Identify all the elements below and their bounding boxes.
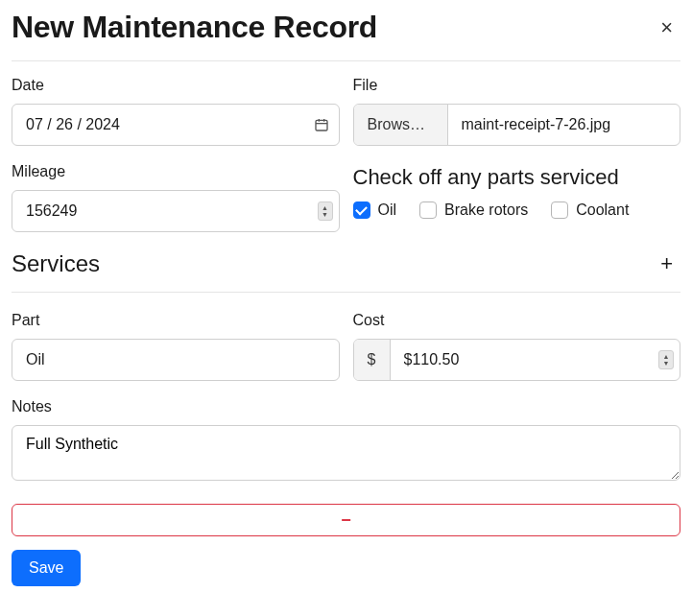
checkbox-coolant[interactable]: Coolant: [551, 201, 629, 219]
part-label: Part: [12, 312, 340, 329]
svg-rect-0: [316, 120, 327, 130]
currency-prefix: $: [354, 340, 391, 380]
file-label: File: [353, 77, 681, 94]
cost-label: Cost: [353, 312, 681, 329]
checkbox-oil[interactable]: Oil: [353, 201, 397, 219]
number-stepper-icon[interactable]: ▲▼: [318, 201, 333, 221]
dialog-header: New Maintenance Record ×: [12, 10, 680, 61]
service-entry: Part Cost $ ▲▼ Notes −: [12, 312, 680, 536]
save-button[interactable]: Save: [12, 550, 81, 586]
close-button[interactable]: ×: [653, 13, 680, 42]
notes-label: Notes: [12, 398, 680, 415]
date-field[interactable]: [12, 105, 304, 145]
browse-button[interactable]: Browse…: [354, 105, 448, 145]
mileage-field[interactable]: [12, 191, 318, 231]
close-icon: ×: [660, 15, 673, 39]
parts-checkbox-group: Oil Brake rotors Coolant: [353, 201, 681, 219]
checkbox-box-icon: [419, 201, 437, 219]
part-field[interactable]: [12, 340, 339, 380]
number-stepper-icon[interactable]: ▲▼: [658, 350, 674, 369]
minus-icon: −: [341, 511, 351, 529]
checkbox-label: Oil: [378, 201, 397, 219]
notes-field[interactable]: [12, 425, 680, 481]
checkbox-label: Coolant: [576, 201, 629, 219]
services-section-header: Services +: [12, 249, 680, 293]
checkbox-box-icon: [353, 201, 370, 219]
part-input[interactable]: [12, 339, 340, 381]
page-title: New Maintenance Record: [12, 10, 377, 45]
services-heading: Services: [12, 250, 100, 277]
checkbox-brake-rotors[interactable]: Brake rotors: [419, 201, 528, 219]
delete-service-button[interactable]: −: [12, 504, 680, 536]
file-input-group: Browse… maint-receipt-7-26.jpg: [353, 104, 681, 146]
plus-icon: +: [660, 251, 673, 275]
cost-field[interactable]: [391, 340, 659, 380]
date-input[interactable]: [12, 104, 340, 146]
calendar-icon[interactable]: [304, 117, 339, 132]
date-label: Date: [12, 77, 340, 94]
parts-serviced-heading: Check off any parts serviced: [353, 165, 681, 190]
checkbox-box-icon: [551, 201, 568, 219]
checkbox-label: Brake rotors: [444, 201, 528, 219]
cost-input[interactable]: $ ▲▼: [353, 339, 681, 381]
file-name-display: maint-receipt-7-26.jpg: [448, 105, 680, 145]
add-service-button[interactable]: +: [653, 249, 680, 278]
mileage-input[interactable]: ▲▼: [12, 190, 340, 232]
mileage-label: Mileage: [12, 163, 340, 180]
